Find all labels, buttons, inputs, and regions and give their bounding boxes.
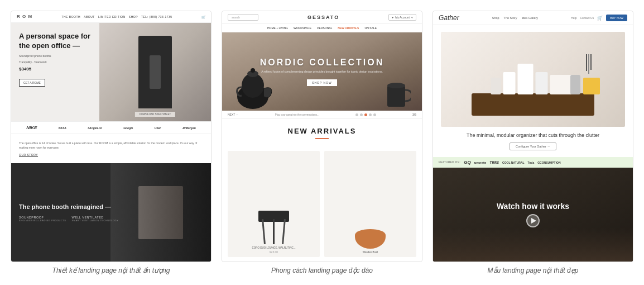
featured-time: TIME	[489, 160, 499, 164]
gather-featured: FEATURED ON: GQ uncrate TIME COOL NATURA…	[433, 157, 633, 168]
room-brands: NIKE NASA #AngelList Google Uber JPMorga…	[11, 121, 211, 134]
card-gather-image[interactable]: Gather Shop The Story Idea Gallery Help …	[432, 11, 633, 262]
gather-configure-wrapper: Configure Your Gather →	[441, 142, 625, 150]
gather-logo: Gather	[439, 14, 459, 22]
chevron-icon: ▾	[411, 16, 413, 19]
bowl-illustration	[355, 229, 386, 249]
room-section2: The open office is full of noise. So we …	[11, 134, 211, 163]
room-hero-title: A personal space for the open office —	[19, 32, 93, 51]
gessato-products: CORO DUO LOUNGE, WALNUT/NC... 923.00 Woo…	[222, 146, 422, 262]
stool-illustration	[258, 205, 289, 244]
gather-nav: Gather Shop The Story Idea Gallery Help …	[433, 11, 633, 25]
gessato-hero-title: NORDIC COLLECTION	[260, 58, 385, 68]
gessato-arrivals: NEW ARRIVALS	[222, 119, 422, 146]
gather-hero: The minimal, modular organizer that cuts…	[433, 25, 633, 157]
gather-buy-button[interactable]: BUY NOW	[606, 15, 627, 21]
download-spec-button[interactable]: DOWNLOAD SPEC SHEET	[135, 112, 175, 117]
cart-icon-gather: 🛒	[597, 16, 603, 21]
gather-tagline: The minimal, modular organizer that cuts…	[441, 132, 625, 138]
room-hero-subtitle: Soundproof phone booths	[19, 54, 93, 58]
gessato-hero-button[interactable]: SHOP NOW	[307, 79, 337, 86]
pen-2	[588, 54, 589, 74]
room-story-link[interactable]: OUR STORY	[19, 153, 203, 156]
card-room-image[interactable]: R O M THE BOOTH ABOUT LIMITED EDITION SH…	[11, 11, 212, 262]
pen-1	[586, 54, 587, 71]
product-stool[interactable]: CORO DUO LOUNGE, WALNUT/NC... 923.00	[228, 151, 320, 257]
room-section2-text: The open office is full of noise. So we …	[19, 141, 203, 150]
featured-coolnatural: COOL NATURAL	[502, 161, 525, 164]
booth-illustration	[138, 36, 172, 108]
cart-icon[interactable]: 🛒	[201, 15, 205, 19]
stool-leg-left	[262, 219, 266, 244]
card-gessato-image[interactable]: search GESSATO ♥ My Account ▾ HOME + LIV…	[222, 11, 422, 262]
card-gessato-caption: Phong cách landing page độc đáo	[271, 267, 373, 274]
room-hero-image: DOWNLOAD SPEC SHEET	[99, 23, 211, 121]
card-gessato: search GESSATO ♥ My Account ▾ HOME + LIV…	[222, 11, 422, 274]
product-bowl[interactable]: Wooden Bowl	[324, 151, 416, 257]
org-phone	[570, 75, 580, 94]
gather-configure-button[interactable]: Configure Your Gather →	[510, 142, 556, 150]
org-block-1	[491, 78, 501, 94]
featured-toda: Toda	[528, 161, 535, 164]
product-bowl-label: Wooden Bowl	[363, 251, 378, 254]
product-stool-price: 923.00	[270, 250, 278, 254]
heart-icon: ♥	[392, 16, 393, 19]
card-gather-caption: Mẫu landing page nội thất đẹp	[488, 267, 579, 274]
gather-video[interactable]: Watch how it works	[433, 168, 633, 262]
badge-soundproof: SOUNDPROOF Engineering-leading products	[19, 216, 66, 222]
room-bottom-text: The phone booth reimagined — SOUNDPROOF …	[11, 194, 126, 230]
featured-label: FEATURED ON:	[439, 161, 460, 164]
gessato-arrivals-title: NEW ARRIVALS	[228, 127, 416, 135]
product-stool-label: CORO DUO LOUNGE, WALNUT/NC...	[252, 246, 296, 249]
room-bottom-badges: SOUNDPROOF Engineering-leading products …	[19, 216, 118, 222]
dot-3[interactable]	[364, 113, 367, 116]
room-bottom-title: The phone booth reimagined —	[19, 203, 118, 211]
stool-leg-mid	[273, 219, 275, 244]
card-room-caption: Thiết kế landing page nội thất ấn tượng	[52, 267, 170, 274]
mug-illustration	[383, 74, 411, 111]
dot-1[interactable]	[355, 113, 358, 116]
card-gather: Gather Shop The Story Idea Gallery Help …	[432, 11, 633, 274]
gather-video-title: Watch how it works	[497, 202, 569, 211]
org-pens	[586, 54, 592, 74]
org-block-3	[518, 64, 534, 94]
dot-5[interactable]	[373, 113, 376, 116]
room-hero-subtitle2: Tranquility · Teamwork	[19, 60, 93, 64]
gather-contact[interactable]: Contact Us	[580, 16, 594, 20]
booth2-illustration	[138, 186, 183, 239]
gather-nav-links: Shop The Story Idea Gallery	[492, 16, 538, 20]
gather-video-content: Watch how it works	[497, 202, 569, 227]
room-nav-links: THE BOOTH ABOUT LIMITED EDITION SHOP TEL…	[61, 15, 172, 18]
room-price: $3495	[19, 66, 93, 72]
gessato-pagination: NEXT ← Plug your gang into the conversat…	[222, 111, 422, 119]
featured-uncrate: uncrate	[474, 161, 487, 164]
room-bottom-section: The phone booth reimagined — SOUNDPROOF …	[11, 163, 211, 262]
organizer-blocks	[491, 64, 575, 94]
play-triangle-icon	[531, 218, 536, 224]
organizer-base	[472, 93, 594, 116]
dot-2[interactable]	[360, 113, 363, 116]
room-hero-text: A personal space for the open office — S…	[11, 23, 100, 121]
stool-leg-right	[282, 219, 286, 244]
featured-gconsumption: GCONSUMPTION	[537, 161, 560, 164]
gessato-hero-subtitle: A refined fusion of complementing design…	[260, 70, 385, 74]
svg-point-3	[251, 68, 255, 73]
page-number: 3/5	[412, 113, 416, 116]
gather-nav-right: Help Contact Us 🛒 BUY NOW	[571, 15, 627, 21]
arrivals-divider	[315, 138, 329, 139]
gessato-search-input[interactable]: search	[228, 14, 258, 21]
org-block-4	[536, 72, 548, 94]
gather-help[interactable]: Help	[571, 16, 576, 20]
room-cta-button[interactable]: GET A ROME	[19, 79, 45, 87]
badge-ventilated: WELL VENTILATED Smart ventilation techno…	[71, 216, 118, 222]
gessato-account-button[interactable]: ♥ My Account ▾	[388, 14, 416, 21]
gessato-hero: NORDIC COLLECTION A refined fusion of co…	[222, 32, 422, 111]
play-button[interactable]	[526, 214, 540, 227]
card-room: R O M THE BOOTH ABOUT LIMITED EDITION SH…	[11, 11, 212, 274]
dot-4[interactable]	[369, 113, 372, 116]
featured-gq: GQ	[464, 160, 470, 165]
pagination-text: Plug your gang into the conversations...	[275, 113, 319, 116]
room-hero: A personal space for the open office — S…	[11, 23, 211, 121]
prev-button[interactable]: NEXT ←	[228, 113, 239, 116]
svg-rect-4	[387, 86, 405, 107]
